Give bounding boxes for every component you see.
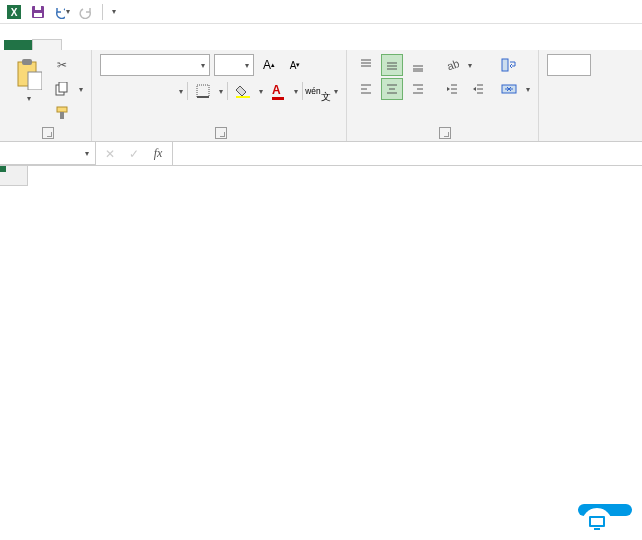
- badge-monitor-icon: [582, 508, 612, 538]
- tab-insert[interactable]: [62, 40, 90, 50]
- svg-rect-40: [502, 59, 508, 71]
- format-painter-button[interactable]: [54, 102, 83, 124]
- fx-icon[interactable]: fx: [150, 146, 166, 162]
- group-number: [539, 50, 599, 141]
- brush-icon: [54, 105, 70, 121]
- decrease-font-icon[interactable]: A▾: [284, 54, 306, 76]
- svg-rect-3: [35, 6, 41, 10]
- clipboard-launcher-icon[interactable]: [42, 127, 54, 139]
- svg-rect-7: [28, 72, 42, 90]
- align-middle-icon[interactable]: [381, 54, 403, 76]
- tab-data[interactable]: [146, 40, 174, 50]
- wrap-text-button[interactable]: [501, 54, 530, 76]
- formula-bar: ▾ ✕ ✓ fx: [0, 142, 642, 166]
- copy-button[interactable]: ▾: [54, 78, 83, 100]
- copy-icon: [54, 81, 70, 97]
- font-size-select[interactable]: ▾: [214, 54, 254, 76]
- align-launcher-icon[interactable]: [439, 127, 451, 139]
- undo-icon[interactable]: ▾: [54, 4, 70, 20]
- save-icon[interactable]: [30, 4, 46, 20]
- underline-button[interactable]: [152, 80, 174, 102]
- fill-color-button[interactable]: [232, 80, 254, 102]
- group-clipboard: ▾ ✂ ▾: [0, 50, 92, 141]
- font-launcher-icon[interactable]: [215, 127, 227, 139]
- align-bottom-icon[interactable]: [407, 54, 429, 76]
- svg-text:ab: ab: [445, 58, 459, 72]
- increase-font-icon[interactable]: A▴: [258, 54, 280, 76]
- name-box[interactable]: ▾: [0, 142, 96, 165]
- svg-rect-9: [59, 82, 67, 92]
- italic-button[interactable]: [126, 80, 148, 102]
- align-center-icon[interactable]: [381, 78, 403, 100]
- number-format-select[interactable]: [547, 54, 591, 76]
- tab-view[interactable]: [202, 40, 230, 50]
- bold-button[interactable]: [100, 80, 122, 102]
- orientation-icon[interactable]: ab: [441, 54, 463, 76]
- fbar-enter-icon[interactable]: ✓: [126, 146, 142, 162]
- group-alignment: ab▾ ▾: [347, 50, 539, 141]
- ribbon-tabs: [0, 24, 642, 50]
- paste-button[interactable]: ▾: [8, 54, 48, 103]
- tab-page-layout[interactable]: [90, 40, 118, 50]
- fbar-cancel-icon[interactable]: ✕: [102, 146, 118, 162]
- group-font: ▾ ▾ A▴ A▾ ▾ ▾ ▾ A▾ wén文▾: [92, 50, 347, 141]
- font-color-button[interactable]: A: [267, 80, 289, 102]
- svg-rect-44: [594, 528, 600, 530]
- tab-file[interactable]: [4, 40, 32, 50]
- svg-rect-12: [197, 85, 209, 97]
- border-button[interactable]: [192, 80, 214, 102]
- scissors-icon: ✂: [54, 57, 70, 73]
- wrap-icon: [501, 57, 517, 73]
- svg-text:X: X: [11, 7, 18, 18]
- tab-home[interactable]: [32, 39, 62, 50]
- align-right-icon[interactable]: [407, 78, 429, 100]
- merge-center-button[interactable]: ▾: [501, 78, 530, 100]
- select-all-corner[interactable]: [0, 166, 28, 186]
- font-name-select[interactable]: ▾: [100, 54, 210, 76]
- qat-separator: [102, 4, 103, 20]
- phonetic-button[interactable]: wén文: [307, 80, 329, 102]
- tab-formulas[interactable]: [118, 40, 146, 50]
- chevron-down-icon: ▾: [27, 94, 31, 103]
- align-top-icon[interactable]: [355, 54, 377, 76]
- cut-button[interactable]: ✂: [54, 54, 83, 76]
- tab-review[interactable]: [174, 40, 202, 50]
- ribbon: ▾ ✂ ▾ ▾ ▾ A▴ A▾ ▾ ▾: [0, 50, 642, 142]
- align-left-icon[interactable]: [355, 78, 377, 100]
- site-badge: [578, 504, 632, 516]
- formula-input[interactable]: [173, 142, 642, 165]
- decrease-indent-icon[interactable]: [441, 78, 463, 100]
- svg-rect-43: [591, 518, 603, 525]
- svg-rect-4: [34, 13, 42, 17]
- svg-rect-6: [22, 59, 32, 65]
- quick-access-toolbar: X ▾ ▾: [0, 0, 642, 24]
- svg-rect-11: [60, 112, 64, 119]
- qat-customize-icon[interactable]: ▾: [112, 7, 116, 16]
- merge-icon: [501, 81, 517, 97]
- increase-indent-icon[interactable]: [467, 78, 489, 100]
- svg-rect-10: [57, 107, 67, 112]
- svg-rect-14: [236, 96, 250, 98]
- redo-icon[interactable]: [78, 4, 94, 20]
- excel-icon: X: [6, 4, 22, 20]
- worksheet-grid[interactable]: [0, 166, 642, 540]
